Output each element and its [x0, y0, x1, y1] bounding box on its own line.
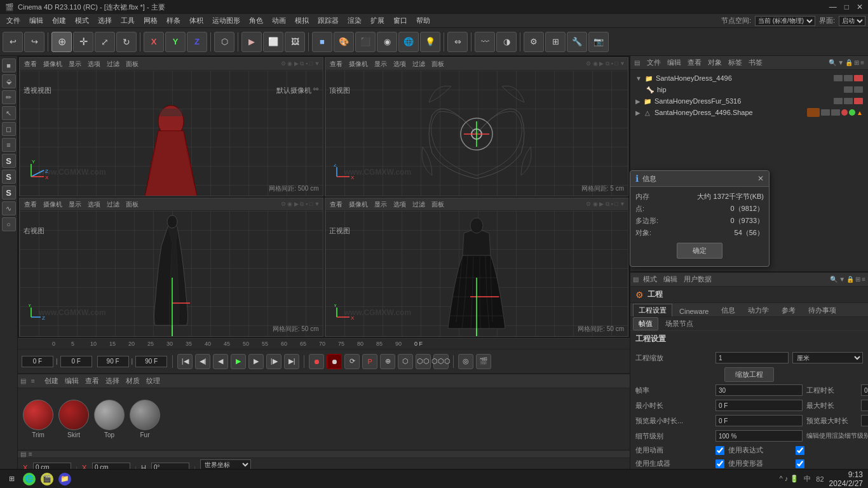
light-btn[interactable]: 💡 — [420, 32, 440, 52]
loop-btn[interactable]: ⟳ — [344, 354, 360, 369]
vp-right-filt[interactable]: 过滤 — [105, 200, 121, 209]
info-close-btn[interactable]: ✕ — [757, 174, 764, 183]
mat-create[interactable]: 创建 — [43, 376, 60, 386]
viewport-perspective[interactable]: 查看 摄像机 显示 选项 过滤 面板 ⚙ ◉ ▶ ⧉ ▪ □ ▼ 透视视图 默认… — [19, 57, 323, 196]
sidebar-icon-s1[interactable]: S — [2, 154, 16, 168]
menu-mode[interactable]: 模式 — [71, 15, 93, 27]
vp-cam[interactable]: 摄像机 — [41, 60, 64, 69]
prop-filter-icon[interactable]: ▼ — [839, 276, 845, 283]
vp-front-disp[interactable]: 显示 — [372, 200, 389, 209]
end-frame-input[interactable] — [97, 356, 129, 367]
window-controls[interactable]: — □ ✕ — [829, 3, 863, 11]
prop-subtab-frame[interactable]: 帧值 — [633, 317, 658, 330]
start-frame-input[interactable] — [60, 356, 92, 367]
sidebar-icon-s2[interactable]: S — [2, 170, 16, 184]
cube-btn[interactable]: ■ — [312, 32, 332, 52]
prop-scale-project-btn[interactable]: 缩放工程 — [724, 367, 774, 382]
prop-fps-input[interactable] — [715, 384, 803, 396]
taskbar-icon-2[interactable]: 🎬 — [41, 473, 53, 485]
vp-front-panel[interactable]: 面板 — [430, 200, 446, 209]
menu-spline[interactable]: 样条 — [163, 15, 184, 27]
sidebar-icon-layer[interactable]: ≡ — [2, 138, 16, 152]
prop-tab-info[interactable]: 信息 — [715, 304, 741, 316]
paint-btn[interactable]: 🎨 — [334, 32, 354, 52]
obj-vis2[interactable] — [844, 75, 853, 81]
vp-filt[interactable]: 过滤 — [105, 60, 121, 69]
deform-btn[interactable]: 〰 — [475, 32, 495, 52]
node-space-select[interactable]: 当前 (标准/物理) — [755, 16, 815, 26]
next-key-btn[interactable]: |▶ — [266, 354, 281, 369]
obj-santahoneydress[interactable]: ▼ 📁 SantaHoneyDress_4496 — [633, 72, 865, 84]
menu-select[interactable]: 选择 — [94, 15, 116, 27]
vp-top-opt[interactable]: 选项 — [391, 60, 408, 69]
material-btn[interactable]: ◉ — [377, 32, 397, 52]
goto-end-btn[interactable]: ▶| — [284, 354, 299, 369]
obj-edit[interactable]: 编辑 — [665, 58, 683, 67]
mat-texture[interactable]: 纹理 — [144, 376, 162, 386]
material-top[interactable]: Top — [94, 400, 125, 438]
material-trim[interactable]: Trim — [23, 400, 53, 438]
prop-anim-cb[interactable] — [715, 446, 724, 455]
max-frame-input[interactable] — [135, 356, 167, 367]
vp-top-panel[interactable]: 面板 — [430, 60, 446, 69]
prop-min-input[interactable] — [715, 400, 803, 411]
vp-opt[interactable]: 选项 — [86, 60, 102, 69]
render-to-pic[interactable]: 🖼 — [285, 32, 305, 52]
vp-front-cam[interactable]: 摄像机 — [347, 200, 370, 209]
prop-lock-icon[interactable]: 🔒 — [846, 276, 854, 283]
prop-expand-icon[interactable]: ⊞ — [855, 276, 860, 283]
morph-btn[interactable]: ◑ — [496, 32, 517, 52]
prop-search-icon[interactable]: 🔍 — [830, 276, 837, 283]
menu-extend[interactable]: 扩展 — [367, 15, 388, 27]
maximize-btn[interactable]: □ — [844, 3, 849, 11]
coord-menu2[interactable]: ≡ — [29, 451, 32, 458]
obj-vis3[interactable] — [854, 75, 863, 81]
xaxis-btn[interactable]: X — [144, 32, 164, 52]
sidebar-icon-circle[interactable]: ○ — [2, 217, 16, 231]
minimize-btn[interactable]: — — [829, 3, 837, 11]
prop-scale-input[interactable] — [715, 352, 789, 363]
key-btn[interactable]: ⬡ — [214, 32, 234, 52]
sidebar-icon-pen[interactable]: ✏ — [2, 90, 16, 104]
mat-view[interactable]: 查看 — [83, 376, 101, 386]
menu-track[interactable]: 跟踪器 — [314, 15, 342, 27]
mat-select[interactable]: 选择 — [104, 376, 121, 386]
obj-filter-icon[interactable]: ▼ — [837, 59, 844, 66]
undo-btn[interactable]: ↩ — [3, 32, 23, 52]
prop-deform-cb[interactable] — [796, 459, 804, 468]
prop-menu[interactable]: ▤ — [633, 276, 639, 283]
obj-vis1[interactable] — [834, 75, 843, 81]
vp-right-cam[interactable]: 摄像机 — [41, 200, 64, 209]
sidebar-icon-shape[interactable]: ◻ — [2, 122, 16, 136]
material-fur[interactable]: Fur — [130, 400, 160, 438]
prop-duration-input[interactable] — [861, 384, 868, 396]
vp-right-opt[interactable]: 选项 — [86, 200, 102, 209]
viewport-front[interactable]: 查看 摄像机 显示 选项 过滤 面板 ⚙ ◉ ▶ ⧉ ▪ □ ▼ 正视图 — [325, 198, 629, 337]
vp-right-look[interactable]: 查看 — [22, 200, 39, 209]
vp-right-disp[interactable]: 显示 — [67, 200, 83, 209]
prop-userdata[interactable]: 用户数据 — [682, 274, 714, 284]
prev-frame-btn[interactable]: ◀ — [213, 354, 228, 369]
obj-santahoneydressfur[interactable]: ▶ 📁 SantaHoneyDressFur_5316 — [633, 95, 865, 107]
redo-btn[interactable]: ↪ — [24, 32, 44, 52]
obj-file[interactable]: 文件 — [645, 58, 663, 67]
timeline-extra1[interactable]: ◎ — [458, 354, 473, 369]
mat-material[interactable]: 材质 — [124, 376, 142, 386]
obj-tags[interactable]: 标签 — [726, 58, 744, 67]
mirror-btn[interactable]: ⇔ — [447, 32, 468, 52]
snap-btn[interactable]: 🔧 — [567, 32, 587, 52]
menu-mesh[interactable]: 网格 — [140, 15, 161, 27]
sidebar-icon-curve[interactable]: ∿ — [2, 201, 16, 215]
select-btn[interactable]: ⊕ — [51, 32, 72, 52]
vp-look[interactable]: 查看 — [22, 60, 39, 69]
obj-expand-icon[interactable]: ⊞ — [854, 59, 859, 66]
info-ok-btn[interactable]: 确定 — [677, 243, 722, 259]
menu-animate[interactable]: 动画 — [268, 15, 290, 27]
obj-menu-icon[interactable]: ▤ — [634, 59, 640, 66]
obj-hip[interactable]: 🦴 hip — [633, 84, 865, 95]
prop-subtab-scene[interactable]: 场景节点 — [660, 317, 699, 330]
record-btn[interactable]: ⏺ — [309, 354, 324, 369]
menu-help[interactable]: 帮助 — [412, 15, 434, 27]
rotate-btn[interactable]: ↻ — [116, 32, 137, 52]
cam-btn[interactable]: 📷 — [588, 32, 609, 52]
